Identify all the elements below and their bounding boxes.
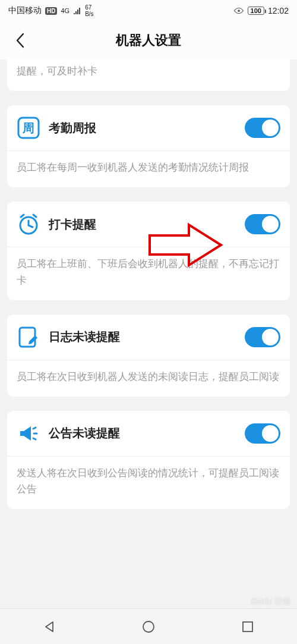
- nav-home-button[interactable]: [119, 609, 178, 645]
- carrier-label: 中国移动: [8, 5, 42, 16]
- svg-point-0: [238, 10, 240, 12]
- setting-desc: 员工将在上班前、下班后会收到机器人的提醒，不再忘记打卡: [7, 247, 290, 300]
- page-title: 机器人设置: [0, 32, 297, 49]
- battery-indicator: 100: [248, 7, 264, 15]
- toggle-journal-unread[interactable]: [245, 327, 280, 347]
- setting-title: 公告未读提醒: [49, 425, 236, 441]
- toggle-clock-reminder[interactable]: [245, 214, 280, 234]
- nav-recent-button[interactable]: [218, 609, 277, 645]
- megaphone-icon: [17, 422, 40, 445]
- journal-edit-icon: [17, 325, 40, 349]
- setting-row: 公告未读提醒: [7, 411, 290, 456]
- circle-icon: [141, 620, 156, 634]
- setting-title: 日志未读提醒: [49, 329, 236, 345]
- setting-desc: 提醒，可及时补卡: [7, 59, 290, 91]
- network-label: 4G: [61, 8, 69, 14]
- status-left: 中国移动 HD 4G 67 B/s: [8, 4, 94, 17]
- status-bar: 中国移动 HD 4G 67 B/s 100 12:02: [0, 0, 297, 21]
- nav-back-button[interactable]: [20, 609, 79, 645]
- setting-desc: 员工将在次日收到机器人发送的未阅读日志，提醒员工阅读: [7, 360, 290, 397]
- chevron-left-icon: [15, 33, 25, 48]
- setting-card-journal-unread: 日志未读提醒 员工将在次日收到机器人发送的未阅读日志，提醒员工阅读: [7, 315, 290, 397]
- toggle-announcement-unread[interactable]: [245, 423, 280, 444]
- setting-desc: 员工将在每周一收到机器人发送的考勤情况统计周报: [7, 150, 290, 187]
- setting-title: 打卡提醒: [49, 216, 236, 233]
- setting-card-clock-reminder: 打卡提醒 员工将在上班前、下班后会收到机器人的提醒，不再忘记打卡: [7, 202, 290, 300]
- clock-alarm-icon: [17, 212, 40, 236]
- toggle-weekly-report[interactable]: [245, 118, 280, 138]
- eye-icon: [233, 7, 244, 14]
- setting-row: 打卡提醒: [7, 202, 290, 247]
- clock-label: 12:02: [268, 6, 289, 15]
- signal-bars-icon: [73, 7, 81, 14]
- setting-card-partial: 提醒，可及时补卡: [7, 59, 290, 91]
- watermark: Baidu 经验: [251, 596, 291, 607]
- setting-title: 考勤周报: [49, 120, 236, 136]
- svg-point-5: [143, 621, 154, 632]
- page-header: 机器人设置: [0, 21, 297, 59]
- square-icon: [241, 620, 254, 633]
- back-button[interactable]: [11, 31, 30, 50]
- triangle-left-icon: [42, 620, 56, 634]
- setting-row: 日志未读提醒: [7, 315, 290, 360]
- setting-card-weekly-report: 周 考勤周报 员工将在每周一收到机器人发送的考勤情况统计周报: [7, 105, 290, 187]
- setting-desc: 发送人将在次日收到公告阅读的情况统计，可提醒员工阅读公告: [7, 456, 290, 509]
- week-badge-icon: 周: [17, 116, 40, 140]
- network-speed: 67 B/s: [85, 4, 93, 17]
- system-nav-bar: [0, 608, 297, 644]
- hd-badge: HD: [45, 7, 57, 15]
- svg-rect-4: [20, 328, 35, 347]
- setting-row: 周 考勤周报: [7, 105, 290, 150]
- svg-text:周: 周: [22, 121, 34, 134]
- settings-list: 提醒，可及时补卡 周 考勤周报 员工将在每周一收到机器人发送的考勤情况统计周报: [0, 59, 297, 509]
- setting-card-announcement-unread: 公告未读提醒 发送人将在次日收到公告阅读的情况统计，可提醒员工阅读公告: [7, 411, 290, 509]
- svg-rect-6: [243, 622, 252, 632]
- status-right: 100 12:02: [233, 6, 289, 15]
